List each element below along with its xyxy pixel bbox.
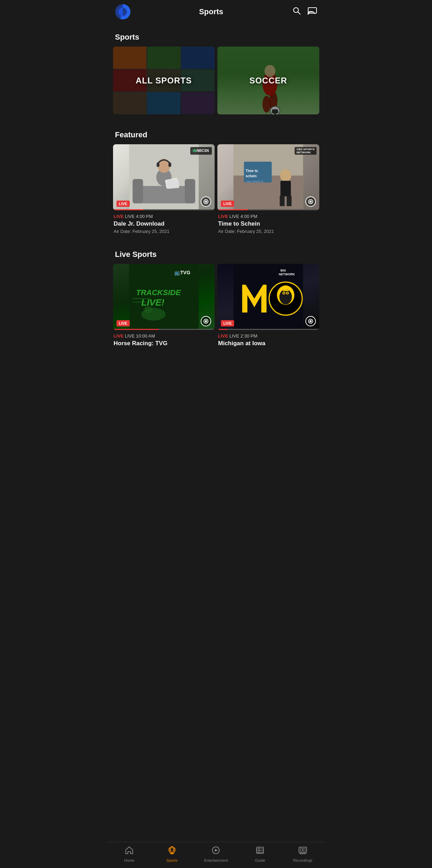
schein-title: Time to Schein <box>218 220 319 227</box>
tvg-live-time: LIVE LIVE 10:00 AM <box>114 333 214 339</box>
svg-text:NETWORK: NETWORK <box>279 273 295 276</box>
svg-text:TRACKSIDE: TRACKSIDE <box>136 288 181 297</box>
live-badge-dale: LIVE <box>117 201 130 207</box>
svg-rect-17 <box>168 163 171 167</box>
svg-rect-11 <box>136 186 192 203</box>
dale-title: Dale Jr. Download <box>114 220 214 227</box>
schein-live-time: LIVE LIVE 4:00 PM <box>218 214 319 219</box>
svg-point-36 <box>144 306 152 313</box>
soccer-label: SOCCER <box>249 76 287 86</box>
svg-text:schein: schein <box>246 174 257 178</box>
michigan-live-time: LIVE LIVE 2:30 PM <box>218 333 319 339</box>
live-sports-section-title: Live Sports <box>108 244 324 264</box>
search-icon[interactable] <box>292 6 301 17</box>
nbcsn-badge: 🦚NBCSN <box>190 147 212 155</box>
michigan-iowa-card[interactable]: BIG NETWORK <box>217 264 319 348</box>
all-sports-label: ALL SPORTS <box>136 76 192 86</box>
app-logo[interactable] <box>115 4 130 19</box>
featured-row: 🦚NBCSN LIVE LIVE LIVE 4:00 PM Dale Jr. D… <box>108 144 324 234</box>
svg-point-4 <box>307 13 309 15</box>
header-actions <box>292 6 317 17</box>
svg-point-47 <box>279 289 292 305</box>
tvg-title: Horse Racing: TVG <box>114 340 214 347</box>
svg-point-27 <box>280 169 291 182</box>
svg-text:Time to: Time to <box>246 169 258 173</box>
svg-rect-28 <box>280 181 291 196</box>
cast-icon[interactable] <box>307 6 317 17</box>
svg-text:CBS SPORTS: CBS SPORTS <box>246 180 263 183</box>
schein-card[interactable]: Time to schein CBS SPORTS CBS SPORTSNETW… <box>217 144 319 234</box>
tvg-card[interactable]: 📺TVG TRACKSIDE LIVE! LIVE <box>113 264 215 348</box>
record-button-michigan[interactable] <box>305 316 316 326</box>
record-button-schein[interactable] <box>305 196 316 207</box>
record-button-dale[interactable] <box>201 196 211 207</box>
svg-rect-12 <box>133 179 143 203</box>
live-badge-tvg: LIVE <box>117 320 130 326</box>
live-sports-section: Live Sports 📺TVG TRACKSIDE LIVE! <box>108 244 324 348</box>
soccer-card[interactable]: SOCCER <box>217 47 319 114</box>
record-button-tvg[interactable] <box>201 316 211 326</box>
svg-text:BIG: BIG <box>280 269 286 272</box>
svg-rect-29 <box>280 196 285 206</box>
sports-category-row: ALL SPORTS <box>108 47 324 114</box>
header: Sports <box>108 0 324 24</box>
featured-section-title: Featured <box>108 125 324 144</box>
svg-text:🦚NBCSN: 🦚NBCSN <box>192 148 209 153</box>
sports-section: Sports ALL SPORTS <box>108 27 324 114</box>
schein-date: Air Date: February 25, 2021 <box>218 229 319 234</box>
live-sports-row: 📺TVG TRACKSIDE LIVE! LIVE <box>108 264 324 348</box>
live-badge-michigan: LIVE <box>221 320 234 326</box>
dale-jr-card[interactable]: 🦚NBCSN LIVE LIVE LIVE 4:00 PM Dale Jr. D… <box>113 144 215 234</box>
svg-point-51 <box>287 292 288 294</box>
svg-line-2 <box>298 12 300 15</box>
michigan-title: Michigan at Iowa <box>218 340 319 347</box>
featured-section: Featured <box>108 125 324 234</box>
dale-live-time: LIVE LIVE 4:00 PM <box>114 214 214 219</box>
cbssn-badge: CBS SPORTSNETWORK <box>295 147 316 155</box>
live-badge-schein: LIVE <box>221 201 234 207</box>
svg-point-50 <box>283 292 285 294</box>
dale-date: Air Date: February 25, 2021 <box>114 229 214 234</box>
sports-section-title: Sports <box>108 27 324 47</box>
svg-rect-19 <box>166 179 179 189</box>
svg-rect-30 <box>287 196 291 206</box>
svg-rect-13 <box>185 179 195 203</box>
svg-rect-16 <box>157 163 159 167</box>
svg-text:📺TVG: 📺TVG <box>174 270 190 276</box>
page-title: Sports <box>199 7 223 16</box>
all-sports-card[interactable]: ALL SPORTS <box>113 47 215 114</box>
main-content: Sports ALL SPORTS <box>108 24 324 387</box>
